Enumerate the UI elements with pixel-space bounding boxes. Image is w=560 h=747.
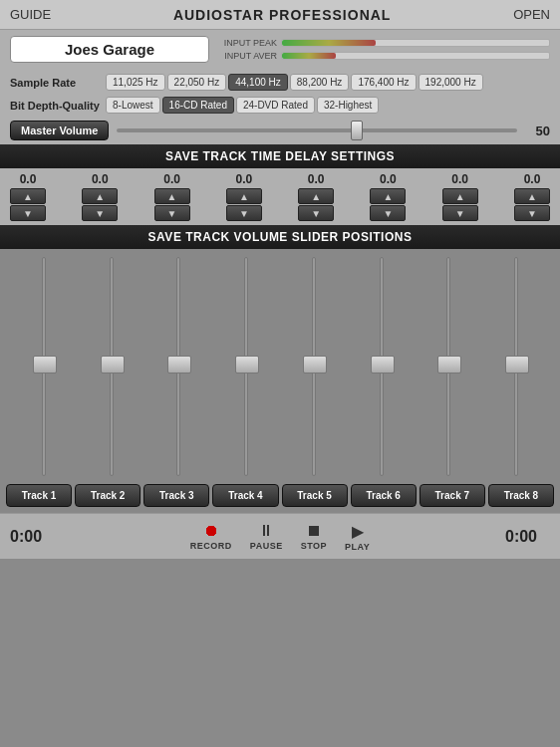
delay-down-5[interactable]: ▼ bbox=[370, 205, 406, 221]
fader-handle-7[interactable] bbox=[505, 356, 529, 374]
fader-handle-4[interactable] bbox=[303, 356, 327, 374]
bit-depth-btn-3[interactable]: 32-Highest bbox=[317, 97, 379, 114]
play-label: PLAY bbox=[345, 542, 370, 552]
input-aver-label: INPUT AVER bbox=[219, 51, 277, 61]
delay-down-0[interactable]: ▼ bbox=[10, 205, 46, 221]
delay-up-7[interactable]: ▲ bbox=[514, 188, 550, 204]
delay-col-2: 0.0▲▼ bbox=[154, 172, 190, 221]
delay-down-4[interactable]: ▼ bbox=[298, 205, 334, 221]
delay-value-3: 0.0 bbox=[236, 172, 253, 186]
delay-value-1: 0.0 bbox=[92, 172, 109, 186]
delay-down-7[interactable]: ▼ bbox=[514, 205, 550, 221]
master-volume-value: 50 bbox=[525, 124, 550, 138]
sample-rate-btn-4[interactable]: 176,400 Hz bbox=[351, 74, 416, 91]
fader-handle-5[interactable] bbox=[371, 356, 395, 374]
fader-track-4[interactable] bbox=[312, 257, 316, 476]
delay-up-4[interactable]: ▲ bbox=[298, 188, 334, 204]
faders-row bbox=[10, 257, 550, 476]
delay-col-0: 0.0▲▼ bbox=[10, 172, 46, 221]
delay-col-7: 0.0▲▼ bbox=[514, 172, 550, 221]
time-left: 0:00 bbox=[10, 528, 55, 546]
track-button-2[interactable]: Track 3 bbox=[143, 484, 209, 507]
fader-handle-1[interactable] bbox=[101, 356, 125, 374]
fader-col-4 bbox=[280, 257, 348, 476]
fader-track-0[interactable] bbox=[42, 257, 46, 476]
delay-up-3[interactable]: ▲ bbox=[226, 188, 262, 204]
play-icon: ▶ bbox=[352, 522, 364, 541]
delay-down-2[interactable]: ▼ bbox=[154, 205, 190, 221]
delay-down-3[interactable]: ▼ bbox=[226, 205, 262, 221]
fader-col-1 bbox=[78, 257, 145, 476]
track-button-5[interactable]: Track 6 bbox=[351, 484, 417, 507]
guide-button[interactable]: GUIDE bbox=[10, 7, 51, 22]
sample-rate-btn-5[interactable]: 192,000 Hz bbox=[419, 74, 483, 91]
master-volume-thumb[interactable] bbox=[351, 121, 363, 140]
delay-value-5: 0.0 bbox=[380, 172, 397, 186]
fader-track-5[interactable] bbox=[380, 257, 384, 476]
transport-section: 0:00 ⏺ RECORD ⏸ PAUSE ⏹ STOP ▶ PLAY 0:00 bbox=[0, 513, 560, 559]
save-track-delay-button[interactable]: SAVE TRACK TIME DELAY SETTINGS bbox=[0, 144, 560, 168]
bit-depth-group: 8-Lowest16-CD Rated24-DVD Rated32-Highes… bbox=[106, 97, 379, 114]
bit-depth-label: Bit Depth-Quality bbox=[10, 100, 100, 112]
pause-label: PAUSE bbox=[250, 541, 283, 551]
app-title: AUDIOSTAR PROFESSIONAL bbox=[173, 7, 392, 23]
delay-up-0[interactable]: ▲ bbox=[10, 188, 46, 204]
fader-track-7[interactable] bbox=[514, 257, 518, 476]
delay-value-0: 0.0 bbox=[20, 172, 37, 186]
delay-col-5: 0.0▲▼ bbox=[370, 172, 406, 221]
fader-col-7 bbox=[482, 257, 550, 476]
delay-col-3: 0.0▲▼ bbox=[226, 172, 262, 221]
track-button-4[interactable]: Track 5 bbox=[282, 484, 348, 507]
pause-button[interactable]: ⏸ PAUSE bbox=[250, 522, 283, 551]
fader-track-3[interactable] bbox=[244, 257, 248, 476]
sample-rate-btn-2[interactable]: 44,100 Hz bbox=[228, 74, 288, 91]
track-button-6[interactable]: Track 7 bbox=[420, 484, 485, 507]
fader-handle-3[interactable] bbox=[235, 356, 259, 374]
stop-button[interactable]: ⏹ STOP bbox=[301, 522, 327, 551]
fader-track-1[interactable] bbox=[110, 257, 114, 476]
delay-controls: 0.0▲▼0.0▲▼0.0▲▼0.0▲▼0.0▲▼0.0▲▼0.0▲▼0.0▲▼ bbox=[10, 172, 550, 221]
delay-up-5[interactable]: ▲ bbox=[370, 188, 406, 204]
time-delay-section: 0.0▲▼0.0▲▼0.0▲▼0.0▲▼0.0▲▼0.0▲▼0.0▲▼0.0▲▼ bbox=[0, 168, 560, 225]
track-button-1[interactable]: Track 2 bbox=[75, 484, 140, 507]
sample-rate-group: 11,025 Hz22,050 Hz44,100 Hz88,200 Hz176,… bbox=[106, 74, 483, 91]
delay-up-6[interactable]: ▲ bbox=[442, 188, 478, 204]
fader-track-2[interactable] bbox=[176, 257, 180, 476]
fader-handle-6[interactable] bbox=[437, 356, 461, 374]
delay-up-2[interactable]: ▲ bbox=[154, 188, 190, 204]
transport-controls: ⏺ RECORD ⏸ PAUSE ⏹ STOP ▶ PLAY bbox=[190, 522, 370, 552]
record-button[interactable]: ⏺ RECORD bbox=[190, 522, 232, 551]
master-volume-slider[interactable] bbox=[117, 128, 517, 132]
bit-depth-btn-1[interactable]: 16-CD Rated bbox=[162, 97, 234, 114]
input-aver-fill bbox=[282, 53, 336, 59]
bit-depth-btn-2[interactable]: 24-DVD Rated bbox=[236, 97, 315, 114]
fader-col-3 bbox=[212, 257, 280, 476]
delay-down-6[interactable]: ▼ bbox=[442, 205, 478, 221]
delay-value-6: 0.0 bbox=[451, 172, 468, 186]
track-button-3[interactable]: Track 4 bbox=[212, 484, 278, 507]
sample-rate-row: Sample Rate 11,025 Hz22,050 Hz44,100 Hz8… bbox=[0, 71, 560, 94]
delay-col-4: 0.0▲▼ bbox=[298, 172, 334, 221]
master-volume-row: Master Volume 50 bbox=[0, 117, 560, 144]
sample-rate-btn-3[interactable]: 88,200 Hz bbox=[290, 74, 350, 91]
master-volume-button[interactable]: Master Volume bbox=[10, 121, 109, 140]
sample-rate-btn-1[interactable]: 22,050 Hz bbox=[167, 74, 227, 91]
fader-track-6[interactable] bbox=[446, 257, 450, 476]
track-button-0[interactable]: Track 1 bbox=[6, 484, 72, 507]
fader-handle-2[interactable] bbox=[167, 356, 191, 374]
project-name[interactable]: Joes Garage bbox=[10, 36, 209, 63]
header: GUIDE AUDIOSTAR PROFESSIONAL OPEN bbox=[0, 0, 560, 30]
save-track-volume-button[interactable]: SAVE TRACK VOLUME SLIDER POSITIONS bbox=[0, 225, 560, 249]
track-button-7[interactable]: Track 8 bbox=[488, 484, 554, 507]
sample-rate-btn-0[interactable]: 11,025 Hz bbox=[106, 74, 165, 91]
bit-depth-btn-0[interactable]: 8-Lowest bbox=[106, 97, 160, 114]
open-button[interactable]: OPEN bbox=[513, 7, 550, 22]
delay-up-1[interactable]: ▲ bbox=[82, 188, 118, 204]
play-button[interactable]: ▶ PLAY bbox=[345, 522, 370, 552]
pause-icon: ⏸ bbox=[258, 522, 274, 540]
delay-value-2: 0.0 bbox=[163, 172, 180, 186]
fader-handle-0[interactable] bbox=[33, 356, 57, 374]
delay-down-1[interactable]: ▼ bbox=[82, 205, 118, 221]
input-aver-meter bbox=[281, 52, 550, 60]
record-icon: ⏺ bbox=[203, 522, 219, 540]
